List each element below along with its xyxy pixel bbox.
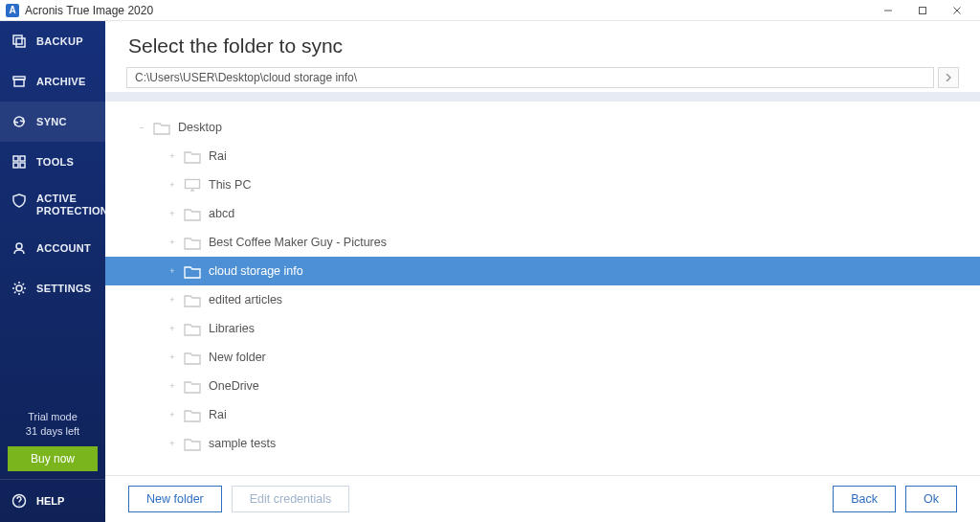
edit-credentials-button: Edit credentials (232, 486, 349, 512)
tree-item-label: This PC (209, 178, 251, 192)
sidebar-item-label: TOOLS (36, 156, 74, 168)
tree-row[interactable]: +This PC (105, 170, 980, 199)
tree-expando[interactable]: + (167, 295, 178, 305)
tree-expando[interactable]: − (136, 123, 147, 132)
svg-rect-8 (13, 156, 18, 161)
window-title: Acronis True Image 2020 (25, 4, 153, 17)
tree-row[interactable]: +cloud storage info (105, 257, 980, 285)
svg-rect-1 (920, 7, 926, 13)
backup-icon (11, 34, 27, 49)
folder-icon (184, 408, 201, 422)
sidebar-item-label-line1: ACTIVE (36, 193, 108, 205)
folder-icon (184, 264, 201, 279)
folder-icon (184, 293, 201, 307)
svg-rect-10 (13, 163, 18, 168)
svg-rect-9 (20, 156, 25, 161)
sidebar-item-archive[interactable]: ARCHIVE (0, 61, 105, 102)
tree-row[interactable]: +Rai (105, 142, 980, 170)
ok-button[interactable]: Ok (905, 486, 957, 512)
tree-item-label: Rai (209, 408, 227, 421)
svg-rect-11 (20, 163, 25, 168)
folder-icon (184, 437, 201, 451)
path-input[interactable] (126, 67, 934, 88)
svg-rect-4 (13, 35, 22, 44)
tree-expando[interactable]: + (167, 151, 178, 161)
tree-item-label: Libraries (209, 322, 255, 335)
sidebar-item-sync[interactable]: SYNC (0, 102, 105, 142)
tree-expando[interactable]: + (167, 410, 178, 420)
sidebar-item-tools[interactable]: TOOLS (0, 142, 105, 182)
tree-expando[interactable]: + (167, 324, 178, 333)
trial-mode-label: Trial mode (0, 410, 105, 424)
tree-item-label: abcd (209, 207, 234, 220)
folder-icon (184, 207, 201, 221)
window-titlebar: A Acronis True Image 2020 (0, 0, 980, 21)
tree-item-label: New folder (209, 351, 266, 364)
sidebar-item-help[interactable]: HELP (0, 479, 105, 522)
tree-expando[interactable]: + (167, 266, 178, 276)
sidebar-item-label: SETTINGS (36, 283, 91, 294)
tree-item-label: Best Coffee Maker Guy - Pictures (209, 236, 387, 249)
tree-row[interactable]: −Desktop (105, 113, 980, 142)
tree-row[interactable]: +Libraries (105, 314, 980, 343)
tree-row[interactable]: +abcd (105, 199, 980, 228)
gear-icon (11, 281, 27, 296)
shield-icon (11, 193, 27, 208)
back-button[interactable]: Back (833, 486, 896, 512)
tree-row[interactable]: +edited articles (105, 285, 980, 314)
window-maximize-button[interactable] (905, 0, 940, 21)
tree-expando[interactable]: + (167, 180, 178, 190)
help-icon (11, 493, 27, 509)
tree-row[interactable]: +sample tests (105, 429, 980, 458)
tree-item-label: edited articles (209, 293, 282, 306)
sidebar-item-label: ARCHIVE (36, 76, 86, 87)
tree-expando[interactable]: + (167, 238, 178, 247)
sync-icon (11, 114, 27, 129)
tree-expando[interactable]: + (167, 439, 178, 448)
tree-expando[interactable]: + (167, 352, 178, 362)
folder-icon (184, 322, 201, 336)
window-close-button[interactable] (940, 0, 974, 21)
svg-point-13 (16, 285, 22, 291)
tree-item-label: OneDrive (209, 379, 259, 393)
folder-icon (184, 236, 201, 250)
buy-now-button[interactable]: Buy now (8, 446, 98, 471)
folder-icon (184, 149, 201, 164)
svg-point-12 (16, 243, 22, 249)
svg-rect-5 (16, 38, 25, 47)
svg-rect-7 (14, 79, 24, 86)
new-folder-button[interactable]: New folder (128, 486, 222, 512)
tree-item-label: sample tests (209, 437, 276, 450)
page-title: Select the folder to sync (128, 34, 957, 57)
sidebar-item-label: HELP (36, 495, 64, 507)
monitor-icon (184, 178, 201, 193)
path-go-button[interactable] (938, 67, 959, 88)
folder-tree[interactable]: −Desktop+Rai+This PC+abcd+Best Coffee Ma… (105, 92, 980, 475)
tree-row[interactable]: +OneDrive (105, 372, 980, 400)
sidebar: BACKUP ARCHIVE SYNC TOOLS (0, 21, 105, 522)
tree-row[interactable]: +Rai (105, 400, 980, 429)
sidebar-item-account[interactable]: ACCOUNT (0, 228, 105, 268)
folder-icon (153, 121, 170, 135)
tree-row[interactable]: +New folder (105, 343, 980, 372)
sidebar-item-active-protection[interactable]: ACTIVE PROTECTION (0, 182, 105, 228)
app-icon: A (6, 4, 19, 17)
archive-icon (11, 74, 27, 89)
tree-row[interactable]: +Best Coffee Maker Guy - Pictures (105, 228, 980, 257)
sidebar-item-label: BACKUP (36, 35, 83, 47)
tree-expando[interactable]: + (167, 209, 178, 218)
folder-icon (184, 351, 201, 365)
svg-point-15 (19, 505, 20, 506)
sidebar-item-settings[interactable]: SETTINGS (0, 268, 105, 308)
sidebar-item-label: ACCOUNT (36, 242, 91, 254)
window-minimize-button[interactable] (871, 0, 905, 21)
tree-item-label: Desktop (178, 121, 222, 134)
tools-icon (11, 154, 27, 170)
sidebar-item-backup[interactable]: BACKUP (0, 21, 105, 61)
svg-rect-16 (186, 179, 200, 188)
sidebar-item-label: SYNC (36, 116, 67, 127)
trial-days-left: 31 days left (0, 424, 105, 439)
sidebar-item-label-line2: PROTECTION (36, 205, 108, 217)
tree-expando[interactable]: + (167, 381, 178, 391)
tree-item-label: cloud storage info (209, 264, 303, 278)
